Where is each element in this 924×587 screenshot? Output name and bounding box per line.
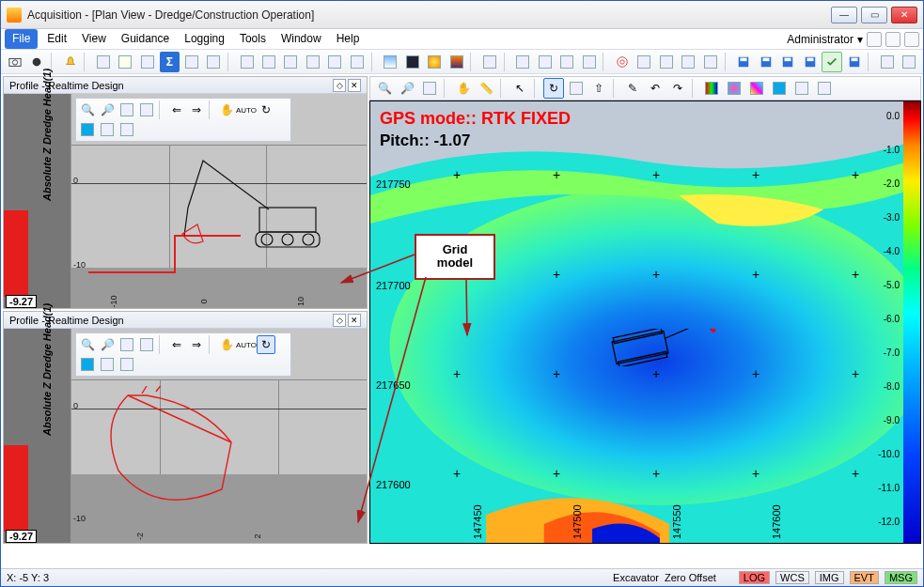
- compass-icon[interactable]: [479, 52, 499, 72]
- sat2-icon[interactable]: [535, 52, 555, 72]
- profile-1-area[interactable]: 🔍 🔎 ⇐ ⇒ ✋ AUTO ↻: [71, 94, 367, 308]
- status-chip-img[interactable]: IMG: [815, 571, 844, 584]
- pv-edit-icon[interactable]: ✎: [622, 78, 643, 99]
- save4-icon[interactable]: [800, 52, 820, 72]
- db-icon[interactable]: [700, 52, 720, 72]
- panel-close-icon[interactable]: ✕: [348, 79, 361, 92]
- auto2-icon[interactable]: AUTO: [237, 335, 256, 354]
- pv-redo-icon[interactable]: ↷: [667, 78, 688, 99]
- sun-icon[interactable]: [424, 52, 444, 72]
- minimize-button[interactable]: —: [831, 7, 857, 23]
- sat4-icon[interactable]: [579, 52, 599, 72]
- pv-zoom-fit-icon[interactable]: [419, 78, 440, 99]
- window-new-icon[interactable]: [237, 52, 257, 72]
- status-chip-wcs[interactable]: WCS: [775, 571, 809, 584]
- rotate-icon[interactable]: ↻: [257, 100, 275, 119]
- zoom-in-icon[interactable]: 🔍: [78, 100, 97, 119]
- import-icon[interactable]: [900, 52, 919, 72]
- sunset-icon[interactable]: [446, 52, 466, 72]
- chart-icon[interactable]: [679, 52, 698, 72]
- save1-icon[interactable]: [733, 52, 753, 72]
- pv-palette1-icon[interactable]: [701, 78, 722, 99]
- window-split-h-icon[interactable]: [303, 52, 322, 72]
- menu-help[interactable]: Help: [329, 29, 368, 49]
- pv-zoom-out-icon[interactable]: 🔎: [397, 78, 417, 99]
- camera-icon[interactable]: [5, 52, 24, 72]
- status-chip-log[interactable]: LOG: [739, 571, 770, 584]
- plan-view[interactable]: GPS mode:: RTK FIXED Pitch:: -1.07 21775…: [369, 100, 921, 544]
- layers-icon[interactable]: [137, 52, 157, 72]
- save3-icon[interactable]: [777, 52, 797, 72]
- pv-zoom-in-icon[interactable]: 🔍: [374, 78, 395, 99]
- pv-props-icon[interactable]: [814, 78, 835, 99]
- sky-icon[interactable]: [380, 52, 399, 72]
- pv-pointer-icon[interactable]: ↖: [509, 78, 530, 99]
- pv-pan-icon[interactable]: ✋: [453, 78, 474, 99]
- export-icon[interactable]: [877, 52, 897, 72]
- prev-icon[interactable]: ⇐: [167, 100, 186, 119]
- save-check-icon[interactable]: [822, 52, 841, 72]
- zoom-fit2-icon[interactable]: [137, 335, 156, 354]
- menu-view[interactable]: View: [74, 29, 114, 49]
- menu-window[interactable]: Window: [274, 29, 329, 49]
- pv-north-icon[interactable]: [566, 78, 587, 99]
- window-split-v-icon[interactable]: [325, 52, 345, 72]
- zoom-data-icon[interactable]: [117, 100, 136, 119]
- anchor-icon[interactable]: [634, 52, 654, 72]
- pv-up-icon[interactable]: ⇧: [588, 78, 609, 99]
- auto-icon[interactable]: AUTO: [237, 100, 256, 119]
- grid-icon[interactable]: [181, 52, 201, 72]
- pan2-icon[interactable]: ✋: [217, 335, 236, 354]
- bell-icon[interactable]: [60, 52, 80, 72]
- copy2-icon[interactable]: [98, 120, 117, 139]
- profile-1-header[interactable]: Profile - Realtime Design ◇ ✕: [4, 77, 367, 94]
- copy3-icon[interactable]: [98, 355, 117, 374]
- rotate2-icon[interactable]: ↻: [257, 335, 275, 354]
- panel2-menu-icon[interactable]: ◇: [333, 314, 346, 327]
- next2-icon[interactable]: ⇒: [187, 335, 206, 354]
- maximize-button[interactable]: ▭: [861, 7, 887, 23]
- menu-logging[interactable]: Logging: [177, 29, 232, 49]
- profile-2-area[interactable]: 🔍 🔎 ⇐ ⇒ ✋ AUTO ↻: [71, 329, 367, 543]
- status-chip-msg[interactable]: MSG: [885, 571, 917, 584]
- pv-measure-icon[interactable]: 📏: [476, 78, 496, 99]
- status-chip-evt[interactable]: EVT: [850, 571, 879, 584]
- pv-copy-icon[interactable]: [791, 78, 812, 99]
- zoom-out2-icon[interactable]: 🔎: [98, 335, 117, 354]
- menu-file[interactable]: File: [5, 29, 38, 49]
- props-icon[interactable]: [117, 120, 136, 139]
- child-restore-icon[interactable]: [885, 32, 901, 47]
- pv-beacon-icon[interactable]: [769, 78, 790, 99]
- zoom-in2-icon[interactable]: 🔍: [78, 335, 97, 354]
- wand-icon[interactable]: [93, 52, 113, 72]
- save5-icon[interactable]: [844, 52, 864, 72]
- lifebuoy-icon[interactable]: [612, 52, 632, 72]
- prev2-icon[interactable]: ⇐: [167, 335, 186, 354]
- pv-rotate-icon[interactable]: ↻: [543, 78, 564, 99]
- copy-icon[interactable]: [203, 52, 223, 72]
- zoom-out-icon[interactable]: 🔎: [98, 100, 117, 119]
- window-arrange-icon[interactable]: [347, 52, 367, 72]
- sat1-icon[interactable]: [513, 52, 533, 72]
- zoom-data2-icon[interactable]: [117, 335, 136, 354]
- pv-palette3-icon[interactable]: [746, 78, 767, 99]
- child-minimize-icon[interactable]: [867, 32, 882, 47]
- menu-guidance[interactable]: Guidance: [114, 29, 177, 49]
- sat3-icon[interactable]: [556, 52, 576, 72]
- tide-icon[interactable]: [656, 52, 676, 72]
- sigma-icon[interactable]: Σ: [160, 52, 180, 72]
- flag-icon[interactable]: [116, 52, 135, 72]
- window-tile-icon[interactable]: [258, 52, 278, 72]
- close-button[interactable]: ✕: [891, 7, 917, 23]
- panel2-close-icon[interactable]: ✕: [348, 314, 361, 327]
- night-icon[interactable]: [402, 52, 422, 72]
- panel-menu-icon[interactable]: ◇: [333, 79, 346, 92]
- child-close-icon[interactable]: [904, 32, 919, 47]
- menu-edit[interactable]: Edit: [39, 29, 74, 49]
- zoom-fit-icon[interactable]: [137, 100, 156, 119]
- menu-tools[interactable]: Tools: [232, 29, 274, 49]
- chevron-down-icon[interactable]: ▾: [857, 33, 863, 46]
- vessel2-icon[interactable]: [78, 355, 97, 374]
- props2-icon[interactable]: [117, 355, 136, 374]
- save2-icon[interactable]: [756, 52, 775, 72]
